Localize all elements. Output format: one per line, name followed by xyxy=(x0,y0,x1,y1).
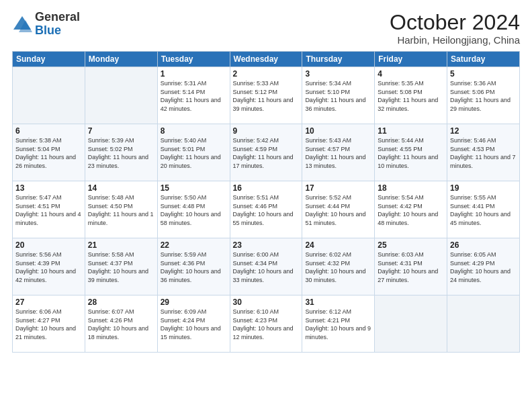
calendar-cell: 18Sunrise: 5:54 AMSunset: 4:42 PMDayligh… xyxy=(375,181,447,238)
day-number: 19 xyxy=(450,183,517,193)
calendar-cell: 25Sunrise: 6:03 AMSunset: 4:31 PMDayligh… xyxy=(375,238,447,295)
day-info: Sunrise: 5:42 AMSunset: 4:59 PMDaylight:… xyxy=(233,136,300,170)
day-number: 13 xyxy=(15,183,82,193)
calendar-cell: 16Sunrise: 5:51 AMSunset: 4:46 PMDayligh… xyxy=(230,181,302,238)
calendar-cell: 21Sunrise: 5:58 AMSunset: 4:37 PMDayligh… xyxy=(85,238,157,295)
header: General Blue October 2024 Harbin, Heilon… xyxy=(12,11,520,46)
day-number: 3 xyxy=(305,69,371,79)
calendar-cell: 30Sunrise: 6:10 AMSunset: 4:23 PMDayligh… xyxy=(230,295,302,353)
day-number: 20 xyxy=(15,240,82,250)
calendar-cell: 4Sunrise: 5:35 AMSunset: 5:08 PMDaylight… xyxy=(375,67,447,124)
day-number: 22 xyxy=(161,240,227,250)
col-saturday: Saturday xyxy=(447,52,520,67)
day-info: Sunrise: 5:46 AMSunset: 4:53 PMDaylight:… xyxy=(450,136,517,170)
logo-general: General xyxy=(35,11,80,24)
day-info: Sunrise: 5:31 AMSunset: 5:14 PMDaylight:… xyxy=(161,79,227,113)
day-info: Sunrise: 6:07 AMSunset: 4:26 PMDaylight:… xyxy=(88,308,154,341)
calendar-cell: 9Sunrise: 5:42 AMSunset: 4:59 PMDaylight… xyxy=(230,124,302,181)
day-info: Sunrise: 5:35 AMSunset: 5:08 PMDaylight:… xyxy=(378,79,444,113)
col-monday: Monday xyxy=(85,52,157,67)
calendar-cell xyxy=(447,295,520,353)
day-info: Sunrise: 6:05 AMSunset: 4:29 PMDaylight:… xyxy=(450,250,517,284)
col-wednesday: Wednesday xyxy=(230,52,302,67)
calendar-cell: 6Sunrise: 5:38 AMSunset: 5:04 PMDaylight… xyxy=(13,124,85,181)
day-number: 24 xyxy=(305,240,371,250)
day-info: Sunrise: 5:43 AMSunset: 4:57 PMDaylight:… xyxy=(305,136,371,170)
day-info: Sunrise: 6:10 AMSunset: 4:23 PMDaylight:… xyxy=(233,308,300,341)
calendar-body: 1Sunrise: 5:31 AMSunset: 5:14 PMDaylight… xyxy=(13,67,520,353)
calendar-cell: 23Sunrise: 6:00 AMSunset: 4:34 PMDayligh… xyxy=(230,238,302,295)
day-number: 5 xyxy=(450,69,517,79)
calendar-cell xyxy=(85,67,157,124)
day-info: Sunrise: 6:00 AMSunset: 4:34 PMDaylight:… xyxy=(233,250,300,284)
calendar-cell: 28Sunrise: 6:07 AMSunset: 4:26 PMDayligh… xyxy=(85,295,157,353)
day-info: Sunrise: 5:50 AMSunset: 4:48 PMDaylight:… xyxy=(161,193,227,227)
day-info: Sunrise: 5:48 AMSunset: 4:50 PMDaylight:… xyxy=(88,193,154,227)
col-thursday: Thursday xyxy=(302,52,375,67)
day-info: Sunrise: 5:56 AMSunset: 4:39 PMDaylight:… xyxy=(15,250,82,284)
day-number: 7 xyxy=(88,126,154,136)
day-number: 12 xyxy=(450,126,517,136)
calendar-cell xyxy=(13,67,85,124)
day-info: Sunrise: 5:34 AMSunset: 5:10 PMDaylight:… xyxy=(305,79,371,113)
calendar-cell: 20Sunrise: 5:56 AMSunset: 4:39 PMDayligh… xyxy=(13,238,85,295)
col-tuesday: Tuesday xyxy=(157,52,230,67)
calendar-cell: 26Sunrise: 6:05 AMSunset: 4:29 PMDayligh… xyxy=(447,238,520,295)
calendar-cell: 2Sunrise: 5:33 AMSunset: 5:12 PMDaylight… xyxy=(230,67,302,124)
calendar-cell: 11Sunrise: 5:44 AMSunset: 4:55 PMDayligh… xyxy=(375,124,447,181)
day-info: Sunrise: 5:44 AMSunset: 4:55 PMDaylight:… xyxy=(378,136,444,170)
day-number: 11 xyxy=(378,126,444,136)
calendar-cell: 15Sunrise: 5:50 AMSunset: 4:48 PMDayligh… xyxy=(157,181,230,238)
day-info: Sunrise: 5:52 AMSunset: 4:44 PMDaylight:… xyxy=(305,193,371,227)
day-info: Sunrise: 5:55 AMSunset: 4:41 PMDaylight:… xyxy=(450,193,517,227)
calendar-cell: 5Sunrise: 5:36 AMSunset: 5:06 PMDaylight… xyxy=(447,67,520,124)
calendar-cell: 19Sunrise: 5:55 AMSunset: 4:41 PMDayligh… xyxy=(447,181,520,238)
calendar-cell: 8Sunrise: 5:40 AMSunset: 5:01 PMDaylight… xyxy=(157,124,230,181)
calendar-cell: 1Sunrise: 5:31 AMSunset: 5:14 PMDaylight… xyxy=(157,67,230,124)
day-number: 10 xyxy=(305,126,371,136)
day-info: Sunrise: 5:38 AMSunset: 5:04 PMDaylight:… xyxy=(15,136,82,170)
day-info: Sunrise: 5:36 AMSunset: 5:06 PMDaylight:… xyxy=(450,79,517,113)
day-info: Sunrise: 6:06 AMSunset: 4:27 PMDaylight:… xyxy=(15,308,82,341)
logo-text: General Blue xyxy=(35,11,80,38)
calendar-cell: 24Sunrise: 6:02 AMSunset: 4:32 PMDayligh… xyxy=(302,238,375,295)
calendar-cell: 27Sunrise: 6:06 AMSunset: 4:27 PMDayligh… xyxy=(13,295,85,353)
day-info: Sunrise: 5:47 AMSunset: 4:51 PMDaylight:… xyxy=(15,193,82,227)
calendar-header: Sunday Monday Tuesday Wednesday Thursday… xyxy=(13,52,520,67)
day-info: Sunrise: 5:33 AMSunset: 5:12 PMDaylight:… xyxy=(233,79,300,113)
calendar-cell: 3Sunrise: 5:34 AMSunset: 5:10 PMDaylight… xyxy=(302,67,375,124)
day-number: 28 xyxy=(88,298,154,307)
day-number: 18 xyxy=(378,183,444,193)
calendar-cell: 14Sunrise: 5:48 AMSunset: 4:50 PMDayligh… xyxy=(85,181,157,238)
day-number: 29 xyxy=(161,298,227,307)
title-area: October 2024 Harbin, Heilongjiang, China xyxy=(390,11,520,46)
day-info: Sunrise: 5:51 AMSunset: 4:46 PMDaylight:… xyxy=(233,193,300,227)
calendar-cell: 29Sunrise: 6:09 AMSunset: 4:24 PMDayligh… xyxy=(157,295,230,353)
calendar-cell: 10Sunrise: 5:43 AMSunset: 4:57 PMDayligh… xyxy=(302,124,375,181)
calendar-cell xyxy=(375,295,447,353)
day-info: Sunrise: 5:58 AMSunset: 4:37 PMDaylight:… xyxy=(88,250,154,284)
day-number: 25 xyxy=(378,240,444,250)
calendar-week-1: 1Sunrise: 5:31 AMSunset: 5:14 PMDaylight… xyxy=(13,67,520,124)
day-number: 30 xyxy=(233,298,300,307)
calendar-page: General Blue October 2024 Harbin, Heilon… xyxy=(0,0,532,411)
calendar-week-3: 13Sunrise: 5:47 AMSunset: 4:51 PMDayligh… xyxy=(13,181,520,238)
day-number: 1 xyxy=(161,69,227,79)
day-info: Sunrise: 5:40 AMSunset: 5:01 PMDaylight:… xyxy=(161,136,227,170)
day-info: Sunrise: 6:12 AMSunset: 4:21 PMDaylight:… xyxy=(305,308,371,341)
day-number: 14 xyxy=(88,183,154,193)
day-number: 8 xyxy=(161,126,227,136)
day-number: 23 xyxy=(233,240,300,250)
calendar-cell: 13Sunrise: 5:47 AMSunset: 4:51 PMDayligh… xyxy=(13,181,85,238)
day-number: 27 xyxy=(15,298,82,307)
logo-icon xyxy=(12,15,32,34)
calendar-cell: 12Sunrise: 5:46 AMSunset: 4:53 PMDayligh… xyxy=(447,124,520,181)
day-number: 21 xyxy=(88,240,154,250)
day-info: Sunrise: 5:54 AMSunset: 4:42 PMDaylight:… xyxy=(378,193,444,227)
day-number: 6 xyxy=(15,126,82,136)
calendar-cell: 31Sunrise: 6:12 AMSunset: 4:21 PMDayligh… xyxy=(302,295,375,353)
col-sunday: Sunday xyxy=(13,52,85,67)
day-info: Sunrise: 6:03 AMSunset: 4:31 PMDaylight:… xyxy=(378,250,444,284)
day-number: 9 xyxy=(233,126,300,136)
col-friday: Friday xyxy=(375,52,447,67)
